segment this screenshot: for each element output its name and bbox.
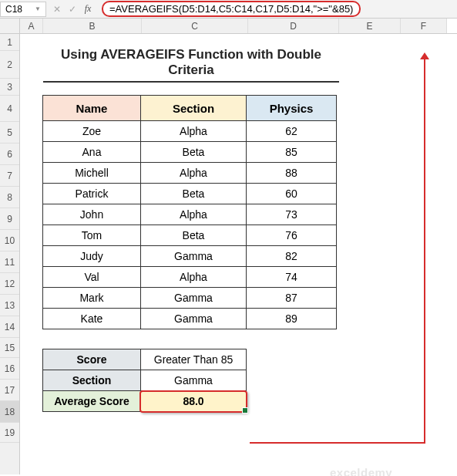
cell-section[interactable]: Alpha — [140, 120, 247, 142]
table-row: ZoeAlpha62 — [43, 121, 457, 142]
formula-text: =AVERAGEIFS(D5:D14,C5:C14,C17,D5:D14,">=… — [109, 3, 353, 15]
cell-section[interactable]: Beta — [140, 141, 247, 163]
row-header[interactable]: 1 — [0, 34, 19, 51]
row-header[interactable]: 6 — [0, 143, 19, 165]
cell-section[interactable]: Beta — [140, 224, 247, 246]
row-header[interactable]: 7 — [0, 165, 19, 187]
annotation-arrow-vertical — [424, 56, 425, 443]
cell-physics[interactable]: 60 — [246, 183, 337, 204]
col-header-f[interactable]: F — [401, 19, 447, 33]
row-header[interactable]: 17 — [0, 380, 19, 401]
cell-name[interactable]: Kate — [42, 308, 141, 329]
cell-name[interactable]: Zoe — [42, 120, 141, 142]
row-header[interactable]: 18 — [0, 401, 19, 423]
criteria-table: Score Greater Than 85 Section Gamma Aver… — [43, 349, 457, 412]
cell-section[interactable]: Gamma — [140, 245, 247, 267]
cell-name[interactable]: Judy — [42, 245, 141, 267]
select-all-corner[interactable] — [0, 19, 20, 33]
data-table: Name Section Physics ZoeAlpha62AnaBeta85… — [43, 96, 457, 329]
table-row: MarkGamma87 — [43, 288, 457, 309]
row-header[interactable]: 11 — [0, 252, 19, 273]
row-header[interactable]: 10 — [0, 230, 19, 252]
cell-name[interactable]: Ana — [42, 141, 141, 163]
score-label[interactable]: Score — [42, 349, 141, 370]
name-box-value: C18 — [5, 4, 22, 15]
header-section[interactable]: Section — [140, 95, 247, 121]
row-header[interactable]: 14 — [0, 316, 19, 338]
table-row: AnaBeta85 — [43, 142, 457, 163]
cell-name[interactable]: Mark — [42, 287, 141, 309]
cell-section[interactable]: Alpha — [140, 266, 247, 288]
col-header-e[interactable]: E — [339, 19, 401, 33]
annotation-arrow-horizontal — [250, 442, 425, 444]
name-box[interactable]: C18 ▼ — [0, 2, 46, 17]
header-physics[interactable]: Physics — [246, 95, 337, 121]
table-row: TomBeta76 — [43, 225, 457, 246]
row-headers: 1 2 3 4 5 6 7 8 9 10 11 12 13 14 15 16 1… — [0, 34, 20, 474]
row-header[interactable]: 9 — [0, 208, 19, 230]
row-header[interactable]: 19 — [0, 423, 19, 443]
row-header[interactable]: 5 — [0, 122, 19, 143]
cell-name[interactable]: Patrick — [42, 183, 141, 204]
average-value: 88.0 — [183, 395, 203, 407]
cancel-icon[interactable]: ✕ — [49, 4, 65, 15]
col-header-d[interactable]: D — [248, 19, 339, 33]
col-header-b[interactable]: B — [43, 19, 142, 33]
col-header-c[interactable]: C — [142, 19, 248, 33]
cell-physics[interactable]: 85 — [246, 141, 337, 163]
cell-section[interactable]: Gamma — [140, 287, 247, 309]
row-header[interactable]: 3 — [0, 79, 19, 96]
section-value[interactable]: Gamma — [140, 370, 247, 391]
row-header[interactable]: 8 — [0, 187, 19, 208]
column-headers: A B C D E F — [0, 19, 457, 34]
cell-physics[interactable]: 87 — [246, 287, 337, 309]
section-label[interactable]: Section — [42, 370, 141, 391]
watermark: exceldemy EXCEL · DATA · BI — [328, 466, 392, 476]
enter-icon[interactable]: ✓ — [65, 4, 80, 15]
cell-name[interactable]: John — [42, 204, 141, 225]
row-header[interactable]: 15 — [0, 338, 19, 358]
cell-section[interactable]: Alpha — [140, 204, 247, 225]
score-value[interactable]: Greater Than 85 — [140, 349, 247, 370]
cell-section[interactable]: Gamma — [140, 308, 247, 329]
cell-physics[interactable]: 74 — [246, 266, 337, 288]
table-row: JudyGamma82 — [43, 246, 457, 267]
cell-physics[interactable]: 73 — [246, 204, 337, 225]
cell-physics[interactable]: 89 — [246, 308, 337, 329]
table-row: MichellAlpha88 — [43, 163, 457, 184]
arrow-up-icon — [420, 52, 429, 59]
col-header-a[interactable]: A — [20, 19, 43, 33]
sheet-title: Using AVERAGEIFS Function with Double Cr… — [43, 47, 339, 83]
chevron-down-icon[interactable]: ▼ — [35, 5, 41, 12]
row-header[interactable]: 16 — [0, 358, 19, 380]
table-row: JohnAlpha73 — [43, 204, 457, 225]
formula-bar: C18 ▼ ✕ ✓ fx =AVERAGEIFS(D5:D14,C5:C14,C… — [0, 0, 457, 19]
fx-icon[interactable]: fx — [80, 3, 96, 15]
row-header[interactable]: 13 — [0, 295, 19, 316]
cell-name[interactable]: Val — [42, 266, 141, 288]
cell-physics[interactable]: 82 — [246, 245, 337, 267]
table-row: PatrickBeta60 — [43, 184, 457, 204]
watermark-brand: exceldemy — [328, 466, 392, 476]
worksheet-grid[interactable]: Using AVERAGEIFS Function with Double Cr… — [20, 34, 457, 474]
cell-section[interactable]: Alpha — [140, 162, 247, 184]
table-row: ValAlpha74 — [43, 267, 457, 288]
row-header[interactable]: 4 — [0, 96, 19, 122]
cell-section[interactable]: Beta — [140, 183, 247, 204]
cell-physics[interactable]: 88 — [246, 162, 337, 184]
cell-name[interactable]: Tom — [42, 224, 141, 246]
row-header[interactable]: 12 — [0, 273, 19, 295]
formula-input[interactable]: =AVERAGEIFS(D5:D14,C5:C14,C17,D5:D14,">=… — [102, 1, 361, 17]
average-label[interactable]: Average Score — [42, 390, 141, 412]
average-value-cell[interactable]: 88.0 — [140, 390, 247, 412]
cell-name[interactable]: Michell — [42, 162, 141, 184]
cell-physics[interactable]: 62 — [246, 120, 337, 142]
table-row: KateGamma89 — [43, 309, 457, 329]
cell-physics[interactable]: 76 — [246, 224, 337, 246]
header-name[interactable]: Name — [42, 95, 141, 121]
row-header[interactable]: 2 — [0, 51, 19, 79]
